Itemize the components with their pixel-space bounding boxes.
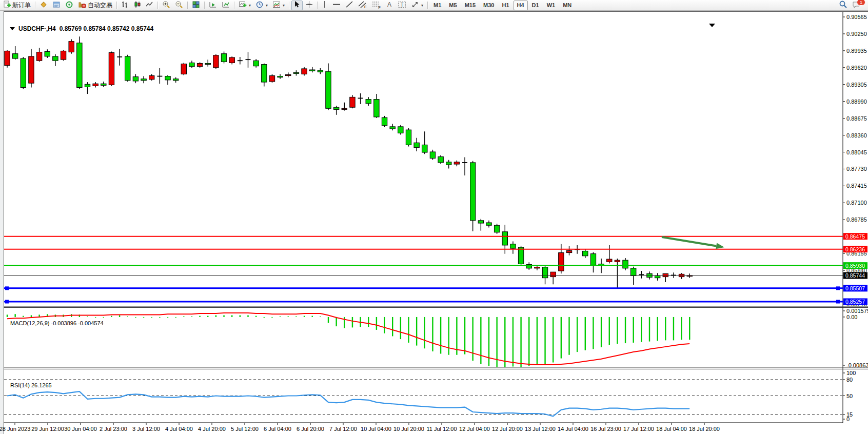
bearish-candle [406,130,411,145]
bearish-candle [205,63,210,64]
bearish-candle [583,251,588,255]
macd-bar [641,317,642,342]
macd-bar [408,317,409,343]
time-tick-label: 10 Jul 04:00 [361,426,391,432]
bullish-candle [342,108,347,109]
line-drag-handle[interactable] [836,300,840,304]
macd-bar [568,317,569,355]
macd-axis-label: 0.00 [846,314,857,320]
price-tick-label: 0.88675 [846,115,867,122]
time-tick-label: 29 Jun 12:00 [31,426,64,432]
bearish-candle [21,58,26,87]
bearish-candle [470,163,476,221]
bullish-candle [213,55,219,68]
macd-bar [593,317,594,349]
bearish-candle [382,117,387,126]
macd-bar [352,317,353,327]
macd-bar [633,317,634,343]
line-drag-handle[interactable] [5,286,9,290]
bullish-candle [663,273,668,277]
time-tick-label: 13 Jul 12:00 [525,426,556,432]
bearish-candle [510,244,516,248]
macd-bar [384,317,385,333]
macd-bar [392,317,393,336]
macd-bar [657,317,658,341]
rsi-axis-label: 80 [846,377,853,383]
macd-bar [528,317,529,366]
chart-shift-marker[interactable] [709,24,715,27]
macd-bar [376,317,377,330]
macd-bar [368,317,369,327]
bullish-candle [566,250,571,252]
macd-axis-label: -0.008633 [846,362,868,368]
time-tick-label: 18 Jul 20:00 [689,426,720,432]
time-tick-label: 18 Jul 04:00 [656,426,687,432]
macd-bar [264,317,265,318]
bullish-candle [36,52,42,61]
line-drag-handle[interactable] [5,300,9,304]
macd-bar [649,317,650,342]
rsi-axis-label: 0 [846,416,850,422]
macd-bar [159,317,160,318]
bearish-candle [293,72,299,73]
bearish-candle [631,268,636,276]
line-drag-handle[interactable] [836,286,840,290]
macd-bar [151,317,152,318]
macd-bar [143,317,144,318]
macd-bar [247,315,248,317]
bullish-candle [5,51,10,65]
trend-arrow-object[interactable] [662,237,716,246]
bearish-candle [262,65,267,83]
bullish-candle [615,260,620,262]
bearish-candle [486,223,491,225]
bullish-candle [454,162,459,164]
macd-bar [135,317,136,318]
rsi-axis-label: 50 [846,393,853,399]
bullish-candle [269,76,274,82]
bearish-candle [422,145,427,152]
bearish-candle [502,232,507,245]
macd-bar [199,316,200,317]
chart-symbol-period: USDCHF-,H4 [18,25,56,32]
macd-bar [665,317,666,340]
bearish-candle [414,143,419,147]
bullish-candle [149,76,154,80]
macd-bar [175,317,176,318]
price-tick-label: 0.88360 [846,132,867,139]
price-tick-label: 0.87100 [846,200,867,206]
macd-bar [504,317,505,367]
chart-canvas[interactable]: 0.905650.902500.899350.896200.893050.889… [0,0,868,434]
macd-bar [625,317,626,343]
bullish-candle [109,53,114,85]
bullish-candle [559,253,564,271]
bearish-candle [125,56,130,81]
chart-ohlc: 0.85769 0.85784 0.85742 0.85744 [60,25,154,32]
bearish-candle [189,63,194,66]
time-tick-label: 11 Jul 12:00 [426,426,457,432]
time-tick-label: 4 Jul 20:00 [198,426,226,432]
bullish-candle [29,56,34,83]
time-tick-label: 3 Jul 12:00 [132,426,160,432]
bearish-candle [333,107,339,109]
macd-bar [119,315,120,317]
bullish-candle [181,64,186,74]
bearish-candle [278,76,283,77]
bearish-candle [494,225,499,232]
macd-bar [328,317,329,323]
macd-bar [689,317,690,340]
price-tick-label: 0.89935 [846,48,867,54]
bullish-candle [286,74,291,75]
macd-bar [400,317,401,339]
bearish-candle [318,70,323,72]
axis-price-label-text: 0.86475 [845,233,865,240]
bearish-candle [141,79,146,81]
trend-arrow-head[interactable] [716,243,724,249]
time-tick-label: 30 Jun 04:00 [64,426,97,432]
axis-price-label-text: 0.85507 [845,285,865,291]
window-menu-icon[interactable] [10,27,15,30]
price-tick-label: 0.87415 [846,183,867,189]
price-tick-label: 0.89305 [846,82,867,88]
macd-bar [23,316,24,317]
bearish-candle [12,54,17,58]
macd-bar [320,317,321,317]
